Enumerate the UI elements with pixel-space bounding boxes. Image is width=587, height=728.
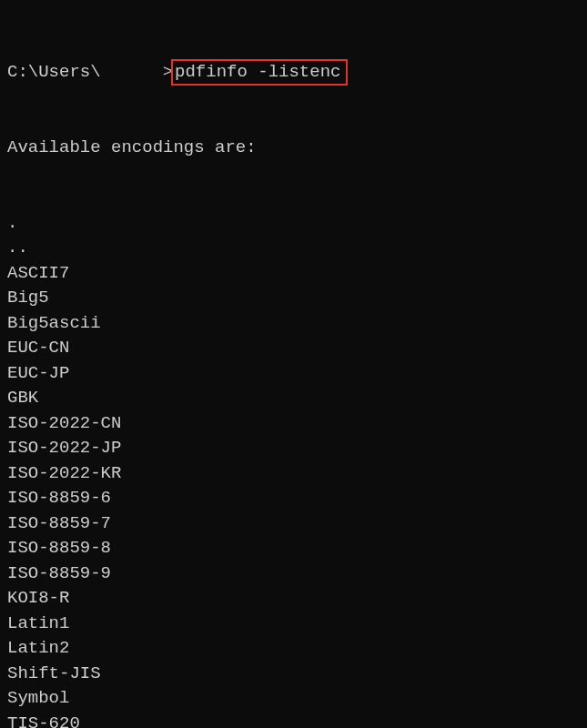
encoding-item: TIS-620 <box>7 712 580 729</box>
encoding-item: ISO-2022-JP <box>7 436 580 461</box>
encoding-item: ISO-2022-KR <box>7 461 580 487</box>
encoding-item: ISO-8859-7 <box>7 511 580 537</box>
encoding-item: EUC-CN <box>7 336 580 361</box>
encoding-item: Big5ascii <box>7 311 580 337</box>
encoding-item: Big5 <box>7 286 580 311</box>
prompt-path-prefix: C:\Users\ <box>7 60 101 86</box>
encoding-item: ASCII7 <box>7 261 580 287</box>
encoding-item: . <box>7 211 580 237</box>
output-header: Available encodings are: <box>7 136 580 161</box>
encoding-item: ISO-8859-8 <box>7 536 580 561</box>
encoding-item: EUC-JP <box>7 361 580 387</box>
encoding-list: ...ASCII7Big5Big5asciiEUC-CNEUC-JPGBKISO… <box>7 211 580 729</box>
command-text: pdfinfo -listenc <box>175 62 340 82</box>
encoding-item: GBK <box>7 386 580 411</box>
encoding-item: Latin2 <box>7 636 580 662</box>
encoding-item: KOI8-R <box>7 586 580 612</box>
encoding-item: Symbol <box>7 686 580 712</box>
encoding-item: ISO-2022-CN <box>7 411 580 437</box>
encoding-item: .. <box>7 236 580 261</box>
encoding-item: Latin1 <box>7 612 580 637</box>
encoding-item: ISO-8859-6 <box>7 486 580 511</box>
encoding-item: ISO-8859-9 <box>7 561 580 587</box>
encoding-item: Shift-JIS <box>7 662 580 687</box>
highlighted-command: pdfinfo -listenc <box>171 59 348 86</box>
command-prompt-line: C:\Users\>pdfinfo -listenc <box>7 59 580 86</box>
redacted-username <box>101 64 163 82</box>
terminal-output[interactable]: C:\Users\>pdfinfo -listenc Available enc… <box>7 9 580 728</box>
